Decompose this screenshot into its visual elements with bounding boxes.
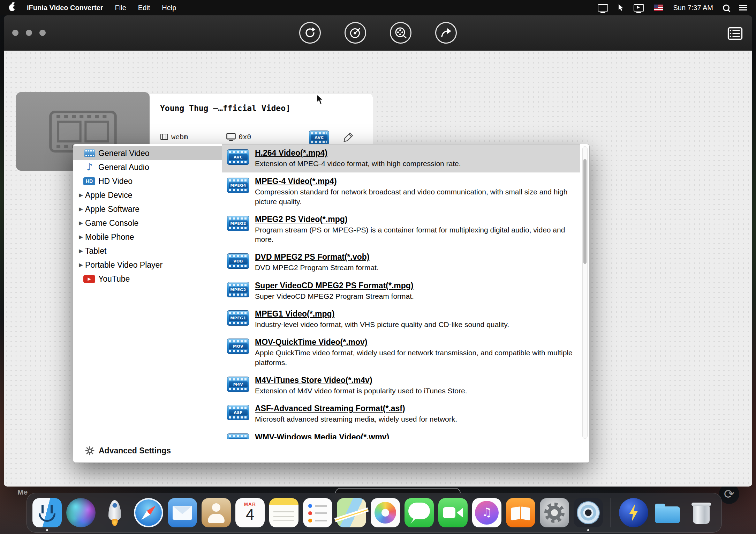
format-badge-icon: M4V bbox=[227, 377, 249, 392]
menu-edit[interactable]: Edit bbox=[138, 4, 150, 12]
convert-icon bbox=[304, 27, 316, 39]
finder-icon bbox=[32, 498, 62, 527]
app-menu-title[interactable]: iFunia Video Converter bbox=[27, 4, 103, 12]
dock-safari[interactable] bbox=[133, 497, 164, 528]
category-mobile-phone[interactable]: ▶ Mobile Phone bbox=[73, 230, 222, 244]
format-badge-label: MOV bbox=[229, 343, 248, 349]
close-window-button[interactable] bbox=[12, 30, 18, 36]
dock-mail[interactable] bbox=[167, 497, 198, 528]
window-controls bbox=[12, 30, 46, 36]
format-row-mpeg-4-video-mp4[interactable]: MPEG4 MPEG-4 Video(*.mp4) Compression st… bbox=[222, 172, 580, 210]
zoom-window-button[interactable] bbox=[39, 30, 46, 36]
format-row-m4v-itunes-store-video-m4v[interactable]: M4V M4V-iTunes Store Video(*.m4v) Extens… bbox=[222, 371, 580, 400]
disclosure-triangle-icon: ▶ bbox=[78, 248, 84, 254]
screen-share-icon[interactable] bbox=[634, 4, 644, 12]
dock-siri[interactable] bbox=[65, 497, 97, 528]
ifunia-video-converter-icon bbox=[574, 498, 603, 527]
menu-bar-clock[interactable]: Sun 7:37 AM bbox=[673, 4, 713, 12]
category-portable-video-player[interactable]: ▶ Portable Video Player bbox=[73, 258, 222, 272]
dock-contacts[interactable] bbox=[201, 497, 232, 528]
dock-messages[interactable] bbox=[403, 497, 435, 528]
notification-center-icon[interactable] bbox=[739, 5, 747, 10]
format-row-asf-advanced-streaming-format-asf[interactable]: ASF ASF-Advanced Streaming Format(*.asf)… bbox=[222, 400, 580, 428]
edit-pencil-icon[interactable] bbox=[343, 132, 354, 142]
convert-button[interactable] bbox=[299, 22, 321, 44]
dock-finder[interactable] bbox=[31, 497, 63, 528]
disclosure-triangle-icon: ▶ bbox=[78, 220, 84, 226]
dock-launchpad[interactable] bbox=[99, 497, 130, 528]
gear-icon bbox=[85, 446, 94, 455]
format-row-mpeg1-video-mpg[interactable]: MPEG1 MPEG1 Video(*.mpg) Industry-level … bbox=[222, 305, 580, 333]
category-hd-video[interactable]: HD HD Video bbox=[73, 174, 222, 188]
format-badge-icon: MPEG2 bbox=[227, 216, 249, 231]
minimize-window-button[interactable] bbox=[26, 30, 32, 36]
media-browser-button[interactable] bbox=[727, 27, 743, 40]
format-badge-label: VOB bbox=[229, 258, 248, 264]
format-badge-icon: VOB bbox=[227, 253, 249, 269]
dock-reminders[interactable] bbox=[302, 497, 333, 528]
format-badge-label: MPEG2 bbox=[229, 220, 248, 226]
category-general-audio[interactable]: ♪ General Audio bbox=[73, 160, 222, 174]
burn-disc-button[interactable] bbox=[345, 22, 366, 44]
category-youtube[interactable]: ▶ YouTube bbox=[73, 272, 222, 286]
advanced-settings-row[interactable]: Advanced Settings bbox=[73, 439, 589, 462]
resolution-value: 0x0 bbox=[239, 133, 251, 141]
category-tablet[interactable]: ▶ Tablet bbox=[73, 244, 222, 258]
format-description: Compression standard for network broadca… bbox=[255, 187, 574, 206]
us-flag-input-icon[interactable] bbox=[654, 5, 663, 11]
format-category-list: General Video ♪ General Audio HD HD Vide… bbox=[73, 146, 222, 286]
photos-icon bbox=[371, 498, 400, 527]
format-row-dvd-mpeg2-ps-format-vob[interactable]: VOB DVD MPEG2 PS Format(*.vob) DVD MPEG2… bbox=[222, 248, 580, 276]
format-row-super-videocd-mpeg2-ps-format-mpg[interactable]: MPEG2 Super VideoCD MPEG2 PS Format(*.mp… bbox=[222, 277, 580, 305]
spotlight-icon[interactable] bbox=[723, 5, 729, 11]
category-label: General Audio bbox=[98, 163, 149, 172]
output-format-badge[interactable]: AVC bbox=[309, 131, 329, 144]
dock-downloads-folder[interactable] bbox=[652, 497, 683, 528]
format-row-h-264-video-mp4[interactable]: AVC H.264 Video(*.mp4) Extension of MPEG… bbox=[222, 144, 580, 172]
disclosure-triangle-icon: ▶ bbox=[78, 234, 84, 240]
format-description: Program stream (PS or MPEG-PS) is a cont… bbox=[255, 225, 574, 244]
menu-help[interactable]: Help bbox=[162, 4, 176, 12]
dock-system-preferences[interactable] bbox=[539, 497, 570, 528]
dock-photos[interactable] bbox=[370, 497, 401, 528]
window-titlebar bbox=[4, 15, 752, 51]
disclosure-triangle-icon: ▶ bbox=[78, 206, 84, 212]
dock-power-utility[interactable] bbox=[618, 497, 649, 528]
format-name: MOV-QuickTime Video(*.mov) bbox=[255, 338, 574, 347]
dock-books[interactable] bbox=[505, 497, 536, 528]
dock-ifunia-video-converter[interactable] bbox=[573, 497, 604, 528]
share-button[interactable] bbox=[435, 22, 457, 44]
format-row-wmv-windows-media-video-wmv[interactable]: WMV WMV-Windows Media Video(*.wmv) bbox=[222, 428, 580, 439]
hd-icon: HD bbox=[83, 177, 95, 185]
display-mirroring-icon[interactable] bbox=[598, 4, 608, 12]
dock-trash[interactable] bbox=[686, 497, 717, 528]
dock: MAR4 bbox=[27, 493, 722, 533]
dock-maps[interactable] bbox=[336, 497, 367, 528]
media-reel-button[interactable] bbox=[390, 22, 411, 44]
menu-file[interactable]: File bbox=[115, 4, 126, 12]
dock-facetime[interactable] bbox=[437, 497, 469, 528]
remote-cursor-icon[interactable] bbox=[618, 4, 624, 12]
format-name: M4V-iTunes Store Video(*.m4v) bbox=[255, 376, 574, 385]
category-apple-software[interactable]: ▶ Apple Software bbox=[73, 202, 222, 216]
category-label: Portable Video Player bbox=[85, 260, 162, 270]
format-list-scrollbar[interactable] bbox=[582, 146, 588, 439]
container-format-value: webm bbox=[171, 133, 188, 141]
category-label: Tablet bbox=[85, 246, 106, 256]
advanced-settings-label: Advanced Settings bbox=[99, 446, 171, 455]
dock-calendar[interactable]: MAR4 bbox=[234, 497, 266, 528]
format-row-mpeg2-ps-video-mpg[interactable]: MPEG2 MPEG2 PS Video(*.mpg) Program stre… bbox=[222, 210, 580, 249]
format-description: Super VideoCD MPEG2 Program Stream forma… bbox=[255, 291, 574, 301]
dock-notes[interactable] bbox=[268, 497, 300, 528]
format-description: DVD MPEG2 Program Stream format. bbox=[255, 263, 574, 272]
category-general-video[interactable]: General Video bbox=[73, 146, 222, 160]
scrollbar-thumb[interactable] bbox=[583, 159, 587, 264]
format-badge-icon: MPEG2 bbox=[227, 282, 249, 297]
category-apple-device[interactable]: ▶ Apple Device bbox=[73, 188, 222, 202]
dock-itunes[interactable] bbox=[471, 497, 502, 528]
apple-menu-icon[interactable] bbox=[9, 4, 15, 11]
category-game-console[interactable]: ▶ Game Console bbox=[73, 216, 222, 230]
youtube-icon: ▶ bbox=[83, 275, 95, 283]
category-label: YouTube bbox=[98, 274, 130, 284]
format-row-mov-quicktime-video-mov[interactable]: MOV MOV-QuickTime Video(*.mov) Apple Qui… bbox=[222, 333, 580, 371]
